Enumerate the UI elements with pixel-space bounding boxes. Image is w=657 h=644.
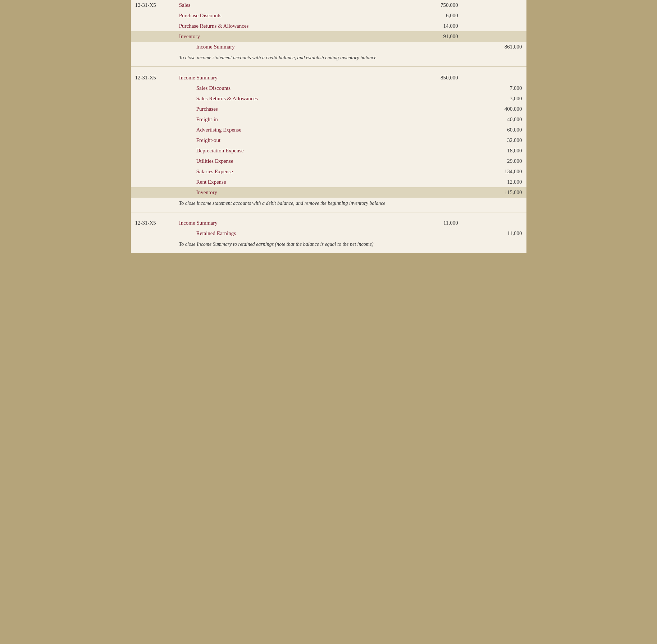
credit-purchases: 400,000 xyxy=(462,104,526,114)
account-advertising: Advertising Expense xyxy=(175,125,398,135)
account-sales: Sales xyxy=(175,0,398,10)
account-sales-discounts: Sales Discounts xyxy=(175,83,398,93)
account-salaries: Salaries Expense xyxy=(175,166,398,177)
separator-2 xyxy=(131,212,526,218)
account-purchases: Purchases xyxy=(175,104,398,114)
credit-sales-returns: 3,000 xyxy=(462,93,526,104)
bottom-bar xyxy=(131,253,526,259)
credit-advertising: 60,000 xyxy=(462,125,526,135)
entry2-row-6: Freight-out 32,000 xyxy=(131,135,526,146)
entry2-row-8: Utilities Expense 29,000 xyxy=(131,156,526,166)
credit-income-summary-1: 861,000 xyxy=(462,42,526,52)
debit-sales: 750,000 xyxy=(398,0,462,10)
credit-rent: 12,000 xyxy=(462,177,526,187)
credit-inventory-2: 115,000 xyxy=(462,187,526,198)
entry1-row-2: Purchase Discounts 6,000 xyxy=(131,10,526,21)
entry2-row-10: Rent Expense 12,000 xyxy=(131,177,526,187)
account-purchase-discounts: Purchase Discounts xyxy=(175,10,398,21)
debit-income-summary-3: 11,000 xyxy=(398,218,462,228)
entry1-row-3: Purchase Returns & Allowances 14,000 xyxy=(131,21,526,31)
entry2-row-5: Advertising Expense 60,000 xyxy=(131,125,526,135)
date-2: 12-31-X5 xyxy=(131,73,175,83)
date-1: 12-31-X5 xyxy=(131,0,175,10)
entry2-row-7: Depreciation Expense 18,000 xyxy=(131,146,526,156)
credit-sales-empty xyxy=(462,0,526,10)
debit-income-summary-2: 850,000 xyxy=(398,73,462,83)
account-depreciation: Depreciation Expense xyxy=(175,146,398,156)
account-inventory-1: Inventory xyxy=(175,31,398,42)
credit-retained-earnings: 11,000 xyxy=(462,228,526,239)
date-3: 12-31-X5 xyxy=(131,218,175,228)
entry1-row-1: 12-31-X5 Sales 750,000 xyxy=(131,0,526,10)
entry2-debit-row: 12-31-X5 Income Summary 850,000 xyxy=(131,73,526,83)
account-retained-earnings: Retained Earnings xyxy=(175,228,398,239)
credit-utilities: 29,000 xyxy=(462,156,526,166)
account-income-summary-1: Income Summary xyxy=(175,42,398,52)
entry3-note: To close Income Summary to retained earn… xyxy=(175,239,526,253)
entry1-note-row: To close income statement accounts with … xyxy=(131,52,526,67)
account-rent: Rent Expense xyxy=(175,177,398,187)
journal-entries: 12-31-X5 Sales 750,000 Purchase Discount… xyxy=(131,0,526,259)
debit-inventory-1: 91,000 xyxy=(398,31,462,42)
account-income-summary-2: Income Summary xyxy=(175,73,398,83)
entry2-note-row: To close income statement accounts with … xyxy=(131,198,526,212)
entry2-row-9: Salaries Expense 134,000 xyxy=(131,166,526,177)
debit-purchase-discounts: 6,000 xyxy=(398,10,462,21)
debit-purchase-returns: 14,000 xyxy=(398,21,462,31)
credit-salaries: 134,000 xyxy=(462,166,526,177)
account-utilities: Utilities Expense xyxy=(175,156,398,166)
credit-depreciation: 18,000 xyxy=(462,146,526,156)
entry2-note: To close income statement accounts with … xyxy=(175,198,526,212)
account-sales-returns: Sales Returns & Allowances xyxy=(175,93,398,104)
entry1-row-4: Inventory 91,000 xyxy=(131,31,526,42)
entry2-row-2: Sales Returns & Allowances 3,000 xyxy=(131,93,526,104)
entry2-row-1: Sales Discounts 7,000 xyxy=(131,83,526,93)
account-income-summary-3: Income Summary xyxy=(175,218,398,228)
entry2-row-4: Freight-in 40,000 xyxy=(131,114,526,125)
entry3-credit-row: Retained Earnings 11,000 xyxy=(131,228,526,239)
credit-freight-out: 32,000 xyxy=(462,135,526,146)
credit-sales-discounts: 7,000 xyxy=(462,83,526,93)
entry1-note: To close income statement accounts with … xyxy=(175,52,526,67)
account-purchase-returns: Purchase Returns & Allowances xyxy=(175,21,398,31)
credit-freight-in: 40,000 xyxy=(462,114,526,125)
account-inventory-2: Inventory xyxy=(175,187,398,198)
separator-1 xyxy=(131,67,526,73)
account-freight-in: Freight-in xyxy=(175,114,398,125)
entry3-note-row: To close Income Summary to retained earn… xyxy=(131,239,526,253)
entry2-row-3: Purchases 400,000 xyxy=(131,104,526,114)
entry1-credit-row: Income Summary 861,000 xyxy=(131,42,526,52)
entry3-debit-row: 12-31-X5 Income Summary 11,000 xyxy=(131,218,526,228)
entry2-row-11: Inventory 115,000 xyxy=(131,187,526,198)
account-freight-out: Freight-out xyxy=(175,135,398,146)
